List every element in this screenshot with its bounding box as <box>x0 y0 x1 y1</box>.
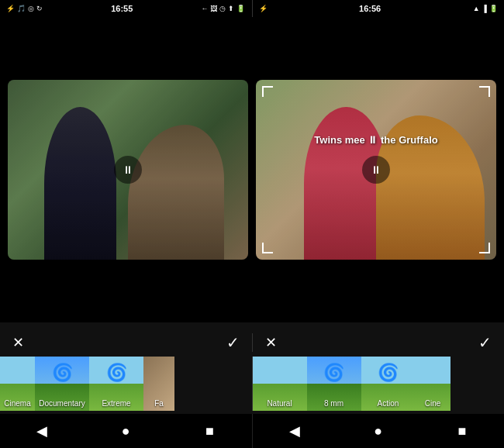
filter-controls: ✕ ✓ ✕ ✓ Cinema 🌀 Documentary 🌀 <box>0 322 504 414</box>
main-content: ⏸ Twins mee ⏸ the Gruffalo ⏸ <box>0 17 504 322</box>
left-status-icons: ⚡ 🎵 ◎ ↻ <box>6 5 43 12</box>
filter-documentary-label: Documentary <box>35 399 89 408</box>
right-back-button[interactable]: ◀ <box>282 419 307 443</box>
right-action-half: ✕ ✓ <box>253 333 505 352</box>
left-right-icons: ← 🖼 ◷ ⬆ 🔋 <box>201 5 245 12</box>
left-back-button[interactable]: ◀ <box>29 419 54 443</box>
cast-icon: ◎ <box>28 5 34 12</box>
right-cancel-button[interactable]: ✕ <box>265 334 277 351</box>
video-title-overlay: Twins mee ⏸ the Gruffalo <box>314 134 437 146</box>
back-arrow-icon: ← <box>201 5 208 12</box>
corner-tr <box>479 86 490 97</box>
filter-natural-label: Natural <box>253 399 307 408</box>
left-video-preview[interactable]: ⏸ <box>8 80 248 260</box>
bt2-icon: ⚡ <box>259 5 268 12</box>
filter-8mm[interactable]: 🌀 8 mm <box>307 357 361 411</box>
left-play-pause-button[interactable]: ⏸ <box>114 156 142 184</box>
img-icon: 🖼 <box>210 5 217 12</box>
filter-extreme[interactable]: 🌀 Extreme <box>89 357 143 411</box>
right-play-pause-button[interactable]: ⏸ <box>362 156 390 184</box>
filter-cinema-right-label: Cine <box>416 399 450 408</box>
left-menu-button[interactable]: ■ <box>197 419 222 443</box>
nav-bar: ◀ ● ■ ◀ ● ■ <box>0 414 504 448</box>
status-bar-left: ⚡ 🎵 ◎ ↻ 16:55 ← 🖼 ◷ ⬆ 🔋 <box>0 0 252 17</box>
video-title-text: Twins mee <box>314 134 365 146</box>
left-nav-half: ◀ ● ■ <box>0 414 253 448</box>
left-home-button[interactable]: ● <box>113 419 138 443</box>
filter-fa[interactable]: Fa <box>143 357 174 411</box>
battery2-icon: 🔋 <box>489 5 498 12</box>
left-time: 16:55 <box>111 4 133 13</box>
corner-br <box>479 243 490 253</box>
filter-action[interactable]: 🌀 Action <box>361 357 416 411</box>
video-title-suffix: he Gruffalo <box>384 134 437 146</box>
right-pause-icon: ⏸ <box>371 164 381 176</box>
right-left-icons: ⚡ <box>259 5 268 12</box>
left-confirm-button[interactable]: ✓ <box>226 333 240 352</box>
filter-fa-label: Fa <box>143 399 174 408</box>
filter-8mm-label: 8 mm <box>307 399 361 408</box>
filter-cinema-right[interactable]: Cine <box>416 357 450 411</box>
filter-strip: Cinema 🌀 Documentary 🌀 Extreme Fa <box>0 357 504 411</box>
right-video-preview[interactable]: Twins mee ⏸ the Gruffalo ⏸ <box>256 80 496 260</box>
left-video-panel: ⏸ <box>8 80 248 260</box>
right-home-button[interactable]: ● <box>366 419 391 443</box>
battery-icon: 🔋 <box>236 5 245 12</box>
right-menu-button[interactable]: ■ <box>450 419 475 443</box>
right-filter-strip: Natural 🌀 8 mm 🌀 Action Cine <box>253 357 505 411</box>
pause-inline-icon: ⏸ t <box>365 134 385 146</box>
clock-icon: ◷ <box>219 5 226 12</box>
filter-documentary[interactable]: 🌀 Documentary <box>35 357 89 411</box>
sync-icon: ↻ <box>36 5 43 12</box>
right-status-icons: ▲ ▐ 🔋 <box>473 5 498 12</box>
status-bars: ⚡ 🎵 ◎ ↻ 16:55 ← 🖼 ◷ ⬆ 🔋 ⚡ 16:56 ▲ ▐ 🔋 <box>0 0 504 17</box>
action-row: ✕ ✓ ✕ ✓ <box>0 329 504 357</box>
upload-icon: ⬆ <box>228 5 234 12</box>
filter-extreme-label: Extreme <box>89 399 143 408</box>
left-cancel-button[interactable]: ✕ <box>12 334 24 351</box>
right-video-panel: Twins mee ⏸ the Gruffalo ⏸ <box>256 80 496 260</box>
status-bar-right: ⚡ 16:56 ▲ ▐ 🔋 <box>252 0 505 17</box>
corner-bl <box>262 243 273 253</box>
media-icon: 🎵 <box>17 5 26 12</box>
signal-icon: ▐ <box>482 5 487 12</box>
filter-cinema-left-label: Cinema <box>0 399 35 408</box>
filter-natural[interactable]: Natural <box>253 357 307 411</box>
filter-action-label: Action <box>361 399 416 408</box>
right-confirm-button[interactable]: ✓ <box>478 333 492 352</box>
left-pause-icon: ⏸ <box>123 164 133 176</box>
wifi-icon: ▲ <box>473 5 480 12</box>
corner-tl <box>262 86 273 97</box>
right-nav-half: ◀ ● ■ <box>253 414 505 448</box>
left-filter-strip: Cinema 🌀 Documentary 🌀 Extreme Fa <box>0 357 253 411</box>
left-action-half: ✕ ✓ <box>0 333 253 352</box>
bt-icon: ⚡ <box>6 5 15 12</box>
filter-cinema-left[interactable]: Cinema <box>0 357 35 411</box>
right-time: 16:56 <box>359 4 381 13</box>
